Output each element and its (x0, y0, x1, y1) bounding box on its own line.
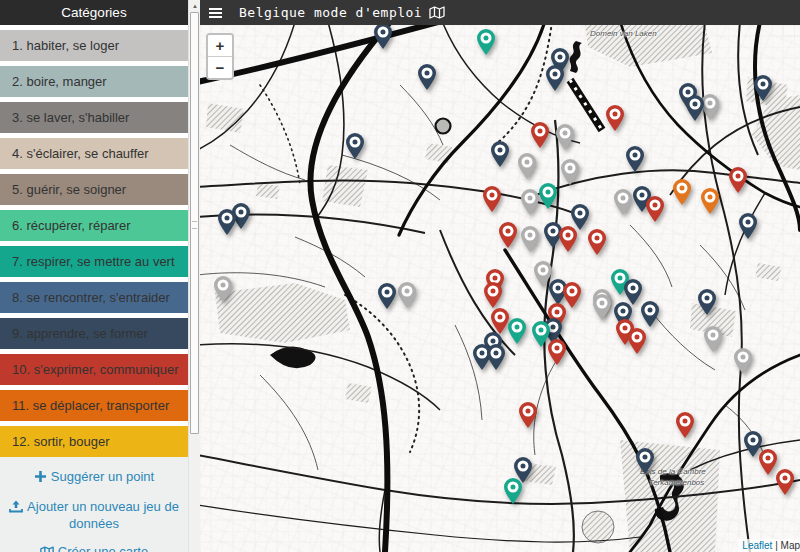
map-place-label: Domein van Laken (590, 29, 657, 38)
map-marker-red[interactable] (586, 228, 608, 256)
create-map-link[interactable]: Créer une carte personnalisée (0, 544, 188, 552)
map-marker-gray[interactable] (554, 123, 576, 151)
category-item-9[interactable]: 9. apprendre, se former (0, 318, 188, 349)
map-marker-teal[interactable] (506, 317, 528, 345)
zoom-in-button[interactable]: + (208, 35, 232, 57)
category-item-7[interactable]: 7. respirer, se mettre au vert (0, 246, 188, 277)
map-marker-red[interactable] (546, 338, 568, 366)
map-topbar: Belgique mode d'emploi (200, 0, 800, 25)
map-pane: Belgique mode d'emploi (200, 0, 800, 552)
map-marker-gray[interactable] (702, 325, 724, 353)
map-marker-navy[interactable] (416, 63, 438, 91)
link-label: Suggérer un point (51, 469, 154, 484)
sidebar-scrollbar[interactable]: ▲ (188, 0, 200, 552)
map-marker-navy[interactable] (752, 74, 774, 102)
map-marker-gray[interactable] (559, 158, 581, 186)
app-window: Catégories 1. habiter, se loger2. boire,… (0, 0, 800, 552)
leaflet-link[interactable]: Leaflet (742, 540, 772, 551)
category-item-3[interactable]: 3. se laver, s'habiller (0, 102, 188, 133)
scrollbar-thumb[interactable] (190, 12, 199, 434)
map-marker-red[interactable] (727, 166, 749, 194)
sidebar-title: Catégories (0, 0, 188, 25)
category-item-10[interactable]: 10. s'exprimer, communiquer (0, 354, 188, 385)
map-marker-red[interactable] (674, 411, 696, 439)
category-list: 1. habiter, se loger2. boire, manger3. s… (0, 30, 188, 457)
suggest-point-link[interactable]: Suggérer un point (0, 469, 188, 486)
map-marker-navy[interactable] (216, 208, 238, 236)
map-marker-navy[interactable] (696, 288, 718, 316)
scrollbar-grip (192, 221, 197, 229)
zoom-control: + − (206, 33, 234, 80)
map-marker-red[interactable] (517, 401, 539, 429)
category-item-2[interactable]: 2. boire, manger (0, 66, 188, 97)
category-item-5[interactable]: 5. guérir, se soigner (0, 174, 188, 205)
map-marker-gray[interactable] (519, 188, 541, 216)
upload-icon (9, 500, 23, 516)
app-title: Belgique mode d'emploi (239, 5, 422, 20)
category-item-8[interactable]: 8. se rencontrer, s'entraider (0, 282, 188, 313)
link-label: Ajouter un nouveau jeu de données (27, 499, 179, 531)
map-marker-navy[interactable] (372, 25, 394, 50)
map-marker-orange[interactable] (699, 187, 721, 215)
map-marker-navy[interactable] (639, 300, 661, 328)
map-marker-gray[interactable] (732, 347, 754, 375)
sidebar-footer: Suggérer un pointAjouter un nouveau jeu … (0, 457, 188, 552)
map-marker-navy[interactable] (376, 282, 398, 310)
map-marker-red[interactable] (557, 225, 579, 253)
map-marker-red[interactable] (481, 185, 503, 213)
map-marker-navy[interactable] (737, 212, 759, 240)
map-marker-red[interactable] (604, 104, 626, 132)
map-marker-red[interactable] (529, 121, 551, 149)
map-marker-navy[interactable] (624, 145, 646, 173)
map-marker-navy[interactable] (634, 447, 656, 475)
category-item-11[interactable]: 11. se déplacer, transporter (0, 390, 188, 421)
link-label: Créer une carte personnalisée (54, 544, 149, 552)
map-marker-gray[interactable] (612, 188, 634, 216)
map-place-label: Terkamerenbos (649, 478, 704, 487)
map-marker-red[interactable] (482, 281, 504, 309)
hamburger-menu-icon[interactable] (209, 6, 222, 20)
map-marker-gray[interactable] (519, 225, 541, 253)
map-marker-teal[interactable] (502, 477, 524, 505)
plus-icon (34, 470, 47, 486)
map-marker-red[interactable] (644, 195, 666, 223)
add-dataset-link[interactable]: Ajouter un nouveau jeu de données (0, 499, 188, 531)
zoom-out-button[interactable]: − (208, 57, 232, 78)
map-marker-red[interactable] (626, 327, 648, 355)
map-marker-navy[interactable] (684, 94, 706, 122)
map-canvas[interactable]: Domein van LakenBois de la CambreTerkame… (200, 25, 800, 552)
category-item-6[interactable]: 6. récupérer, réparer (0, 210, 188, 241)
categories-sidebar: Catégories 1. habiter, se loger2. boire,… (0, 0, 188, 552)
map-marker-gray[interactable] (212, 275, 234, 303)
map-marker-red[interactable] (774, 468, 796, 496)
map-marker-gray[interactable] (516, 152, 538, 180)
map-icon (40, 546, 54, 552)
map-marker-navy[interactable] (344, 132, 366, 160)
map-marker-gray[interactable] (396, 281, 418, 309)
attribution-text: | Map (772, 540, 800, 551)
map-marker-red[interactable] (497, 221, 519, 249)
map-icon (429, 6, 445, 19)
category-item-1[interactable]: 1. habiter, se loger (0, 30, 188, 61)
category-item-4[interactable]: 4. s'éclairer, se chauffer (0, 138, 188, 169)
map-marker-navy[interactable] (485, 343, 507, 371)
map-attribution: Leaflet | Map (738, 539, 800, 552)
map-marker-teal[interactable] (475, 28, 497, 56)
category-item-12[interactable]: 12. sortir, bouger (0, 426, 188, 457)
map-marker-navy[interactable] (544, 64, 566, 92)
map-marker-orange[interactable] (671, 178, 693, 206)
map-marker-gray[interactable] (591, 293, 613, 321)
map-marker-navy[interactable] (489, 140, 511, 168)
